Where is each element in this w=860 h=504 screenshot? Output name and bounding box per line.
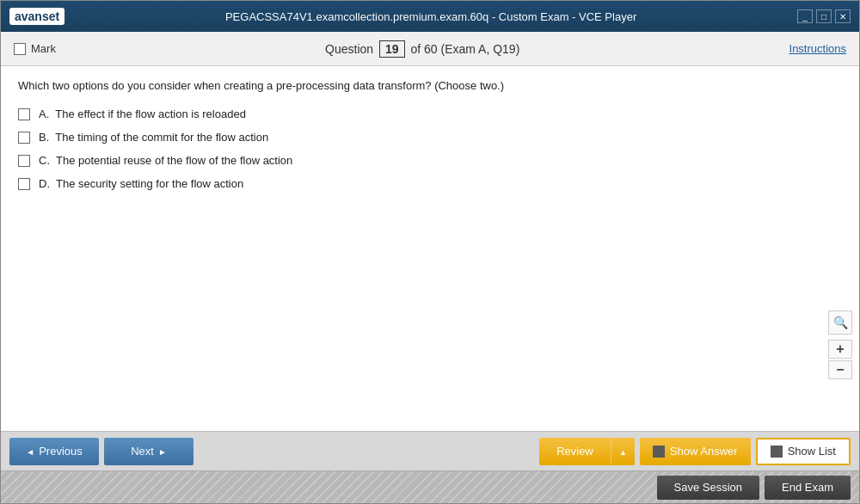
zoom-search-icon[interactable]: 🔍 [828, 310, 852, 335]
save-end-bar: Save Session End Exam [1, 470, 859, 503]
save-session-button[interactable]: Save Session [657, 476, 760, 500]
logo: avanset [9, 8, 64, 25]
next-label: Next [131, 445, 154, 458]
option-row-a: A. The effect if the flow action is relo… [18, 108, 842, 120]
review-dropdown-button[interactable] [611, 438, 635, 465]
zoom-out-button[interactable]: − [828, 360, 852, 379]
window-title: PEGACSSA74V1.examcollection.premium.exam… [64, 10, 797, 23]
prev-chevron-icon [26, 445, 34, 458]
previous-button[interactable]: Previous [9, 438, 99, 465]
app-window: avanset PEGACSSA74V1.examcollection.prem… [0, 0, 860, 504]
instructions-link[interactable]: Instructions [789, 42, 846, 55]
show-list-icon [771, 446, 783, 458]
next-chevron-icon [158, 445, 167, 458]
option-checkbox-c[interactable] [18, 155, 30, 167]
option-checkbox-d[interactable] [18, 178, 30, 190]
previous-label: Previous [39, 445, 83, 458]
question-header: Mark Question 19 of 60 (Exam A, Q19) Ins… [1, 32, 859, 66]
option-row-c: C. The potential reuse of the flow of th… [18, 154, 842, 167]
show-answer-icon [653, 446, 665, 458]
zoom-in-button[interactable]: + [828, 340, 852, 359]
show-answer-label: Show Answer [670, 445, 738, 458]
question-label: Question [325, 42, 373, 56]
next-button[interactable]: Next [104, 438, 194, 465]
option-checkbox-a[interactable] [18, 108, 30, 120]
mark-area: Mark [14, 42, 56, 55]
title-bar: avanset PEGACSSA74V1.examcollection.prem… [1, 1, 859, 32]
question-info: Question 19 of 60 (Exam A, Q19) [325, 40, 519, 58]
end-exam-button[interactable]: End Exam [765, 476, 851, 500]
close-button[interactable]: ✕ [835, 9, 851, 23]
option-label-c: C. The potential reuse of the flow of th… [39, 154, 292, 167]
show-list-label: Show List [788, 445, 836, 458]
option-label-a: A. The effect if the flow action is relo… [39, 108, 246, 120]
option-row-d: D. The security setting for the flow act… [18, 177, 842, 190]
review-chevron-icon [619, 446, 627, 457]
option-checkbox-b[interactable] [18, 132, 30, 144]
option-row-b: B. The timing of the commit for the flow… [18, 131, 842, 144]
mark-label: Mark [31, 42, 56, 55]
maximize-button[interactable]: □ [816, 9, 832, 23]
nav-bar: Previous Next Review Show Answer Show Li… [1, 431, 859, 470]
zoom-controls: 🔍 + − [828, 310, 852, 379]
question-number: 19 [379, 40, 405, 58]
option-label-d: D. The security setting for the flow act… [39, 177, 243, 190]
show-list-button[interactable]: Show List [756, 438, 851, 465]
question-total: of 60 (Exam A, Q19) [410, 42, 519, 56]
show-answer-button[interactable]: Show Answer [640, 438, 751, 465]
option-label-b: B. The timing of the commit for the flow… [39, 131, 268, 144]
content-area: Which two options do you consider when c… [1, 66, 859, 431]
review-button[interactable]: Review [539, 438, 611, 465]
minimize-button[interactable]: _ [797, 9, 813, 23]
mark-checkbox[interactable] [14, 43, 26, 55]
logo-area: avanset [9, 8, 64, 25]
question-body: Which two options do you consider when c… [1, 66, 859, 431]
question-text: Which two options do you consider when c… [18, 79, 842, 92]
window-controls: _ □ ✕ [797, 9, 851, 23]
review-btn-group: Review [539, 438, 635, 465]
